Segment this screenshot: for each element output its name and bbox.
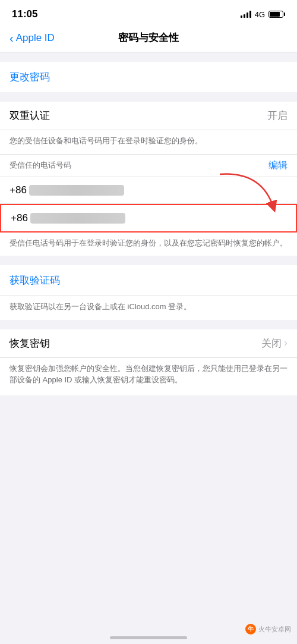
back-label: Apple ID [16,32,55,44]
chevron-right-icon: › [284,337,287,349]
trusted-phones-label: 受信任的电话号码 [10,160,71,171]
back-button[interactable]: ‹ Apple ID [10,32,69,44]
two-factor-status: 开启 [267,109,287,122]
chevron-left-icon: ‹ [10,32,14,44]
watermark: 牛 火牛安卓网 [245,624,291,634]
nav-bar: ‹ Apple ID 密码与安全性 [0,26,297,52]
recovery-key-status-label: 关闭 [261,337,282,350]
two-factor-section: 双重认证 开启 您的受信任设备和电话号码用于在登录时验证您的身份。 受信任的电话… [0,102,297,256]
watermark-logo: 牛 [245,624,256,634]
two-factor-header: 双重认证 开启 [0,102,297,130]
home-indicator [110,636,187,639]
status-icons: 4G [241,10,285,19]
get-verification-code-link[interactable]: 获取验证码 [0,265,297,296]
trusted-phones-header: 受信任的电话号码 编辑 [0,155,297,177]
network-type-label: 4G [255,10,265,19]
content: 更改密码 双重认证 开启 您的受信任设备和电话号码用于在登录时验证您的身份。 受… [0,62,297,395]
phone-blurred-2 [30,213,125,224]
recovery-key-header[interactable]: 恢复密钥 关闭 › [0,329,297,358]
status-time: 11:05 [12,8,37,20]
status-bar: 11:05 4G [0,0,297,26]
recovery-key-section: 恢复密钥 关闭 › 恢复密钥会加强您帐户的安全性。当您创建恢复密钥后，您只能使用… [0,329,297,395]
signal-icon [241,11,251,18]
two-factor-title: 双重认证 [10,109,50,122]
edit-trusted-phones-button[interactable]: 编辑 [268,159,287,172]
recovery-key-description: 恢复密钥会加强您帐户的安全性。当您创建恢复密钥后，您只能使用已登录在另一部设备的… [0,358,297,395]
phone-prefix-1: +86 [10,184,27,196]
battery-icon [268,11,285,18]
phone-number-item-1: +86 [0,177,297,204]
recovery-key-title: 恢复密钥 [10,337,50,350]
watermark-text: 火牛安卓网 [258,625,291,634]
two-factor-description: 您的受信任设备和电话号码用于在登录时验证您的身份。 [0,130,297,155]
phone-blurred-1 [29,185,124,196]
recovery-key-status: 关闭 › [261,337,287,350]
phone-prefix-2: +86 [11,212,28,224]
phone-highlighted-wrapper: +86 [0,204,297,233]
trusted-phones-note: 受信任电话号码用于在登录时验证您的身份，以及在您忘记密码时恢复您的帐户。 [0,233,297,256]
verification-section: 获取验证码 获取验证码以在另一台设备上或在 iCloud.com 登录。 [0,265,297,320]
verification-description: 获取验证码以在另一台设备上或在 iCloud.com 登录。 [0,296,297,320]
change-password-link[interactable]: 更改密码 [10,71,50,83]
change-password-section: 更改密码 [0,62,297,92]
page-title: 密码与安全性 [69,31,228,45]
phone-number-item-2: +86 [0,204,297,233]
